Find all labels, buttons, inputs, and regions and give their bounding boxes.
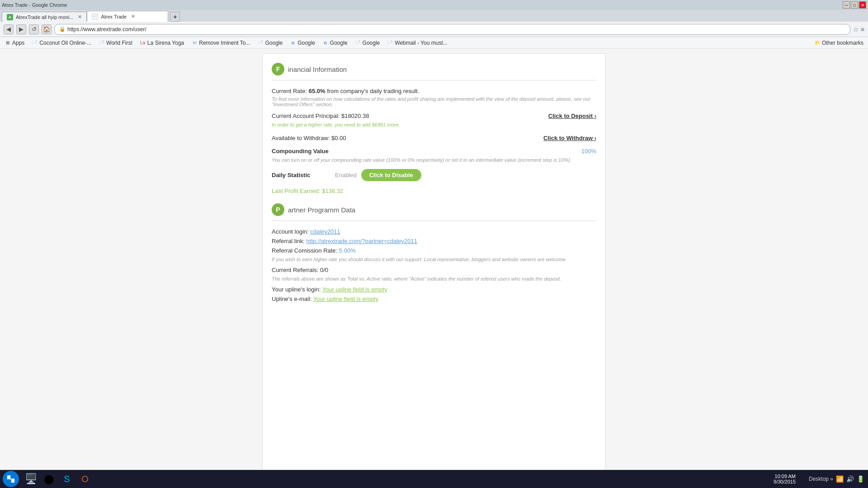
nav-bar: ◀ ▶ ↺ 🏠 🔒 https://www.atrextrade.com/use… xyxy=(0,22,868,37)
maximize-button[interactable]: □ xyxy=(851,1,858,9)
referrals-row: Current Referrals: 0/0 xyxy=(272,267,596,273)
bookmark-apps[interactable]: ⊞ Apps xyxy=(3,39,26,47)
withdraw-field: Available to Withdraw: $0.00 xyxy=(272,135,346,141)
folder-icon: 📁 xyxy=(814,40,821,46)
withdraw-row: Available to Withdraw: $0.00 Click to Wi… xyxy=(272,135,596,141)
partner-login-value[interactable]: cdaley2011 xyxy=(310,228,340,235)
desktop-label[interactable]: Desktop » xyxy=(809,476,833,482)
disable-button[interactable]: Click to Disable xyxy=(361,169,421,181)
bookmark-apps-label: Apps xyxy=(12,40,24,46)
referral-link-row: Referral link: http://atrextrade.com/?pa… xyxy=(272,238,596,244)
compounding-label: Compounding Value xyxy=(272,148,581,155)
upline-login-label: Your upline's login: xyxy=(272,286,321,293)
rate-note: To find more information on how calculat… xyxy=(272,96,596,107)
lock-icon: 🔒 xyxy=(59,26,66,32)
forward-button[interactable]: ▶ xyxy=(16,24,26,34)
title-bar-text: Atrex Trade - Google Chrome xyxy=(2,2,841,8)
bookmark-webmail[interactable]: 📄 Webmail - You must... xyxy=(385,39,449,47)
bookmark-worldfirst[interactable]: 📄 World First xyxy=(97,39,134,47)
current-rate-row: Current Rate: 65.0% from company's daily… xyxy=(272,88,596,107)
withdraw-value: $0.00 xyxy=(331,135,346,141)
taskbar: 🖥️ ⬤ S O 10:09 AM 9/30/2015 Desktop » 📶 … xyxy=(0,470,868,488)
bookmark-yoga-label: La Sirena Yoga xyxy=(147,40,184,46)
reload-button[interactable]: ↺ xyxy=(29,24,39,34)
partner-section: P artner Programm Data Account login: cd… xyxy=(272,203,596,302)
daily-stat-status: Enabled xyxy=(335,172,357,178)
referrals-label: Current Referrals: xyxy=(272,267,318,273)
bookmark-worldfirst-label: World First xyxy=(106,40,132,46)
referrals-value: 0/0 xyxy=(320,267,328,273)
financial-section-title: inancial Information xyxy=(288,66,347,73)
partner-icon: P xyxy=(272,203,284,216)
last-profit-label: Last Profit Earned: xyxy=(272,188,321,194)
google-icon-2: G xyxy=(290,40,296,46)
principal-field: Current Account Principal: $18020.38 xyxy=(272,113,369,119)
bookmark-google2-label: Google xyxy=(297,40,315,46)
minimize-button[interactable]: ─ xyxy=(843,1,850,9)
settings-icon[interactable]: ≡ xyxy=(861,26,864,33)
bookmark-google1[interactable]: 📄 Google xyxy=(255,39,284,47)
windows-icon xyxy=(7,475,14,483)
bookmark-webmail-label: Webmail - You must... xyxy=(395,40,448,46)
bookmark-coconut[interactable]: 📄 Coconut Oil Online-... xyxy=(30,39,93,47)
tray-volume-icon: 🔊 xyxy=(846,475,854,483)
partner-note: If you wish to earn higher rate you shou… xyxy=(272,257,596,262)
last-profit-row: Last Profit Earned: $138.32 xyxy=(272,188,596,194)
bookmark-other-label: Other bookmarks xyxy=(822,40,863,46)
compounding-value: 100% xyxy=(581,148,596,155)
new-tab-button[interactable]: + xyxy=(170,12,180,22)
bookmark-google2[interactable]: G Google xyxy=(288,39,317,47)
browser-frame: Atrex Trade - Google Chrome ─ □ ✕ A Atre… xyxy=(0,0,868,488)
withdraw-label: Available to Withdraw: xyxy=(272,135,330,141)
referral-link-label: Referral link: xyxy=(272,238,305,244)
title-bar-buttons: ─ □ ✕ xyxy=(843,1,866,9)
back-button[interactable]: ◀ xyxy=(4,24,14,34)
bookmark-google4[interactable]: 📄 Google xyxy=(353,39,382,47)
page-wrapper: F inancial Information Current Rate: 65.… xyxy=(0,49,868,488)
partner-login-row: Account login: cdaley2011 xyxy=(272,228,596,235)
taskbar-date: 9/30/2015 xyxy=(774,479,796,484)
address-bar[interactable]: 🔒 https://www.atrextrade.com/user/ xyxy=(54,24,850,35)
bookmark-google3[interactable]: G Google xyxy=(321,39,349,47)
tab-2[interactable]: 📄 Atrex Trade ✕ xyxy=(87,11,168,22)
star-icon[interactable]: ☆ xyxy=(853,26,859,33)
bookmark-yoga[interactable]: La La Sirena Yoga xyxy=(138,39,186,47)
compounding-note: You can turn on or off your compounding … xyxy=(272,157,596,163)
upline-email-value[interactable]: Your upline field is empty xyxy=(313,296,378,302)
tab-favicon-1: A xyxy=(7,14,13,20)
taskbar-app-1[interactable]: 🖥️ xyxy=(23,471,39,487)
google-icon-4: 📄 xyxy=(355,40,361,46)
deposit-link[interactable]: Click to Deposit › xyxy=(548,113,596,119)
financial-section-header: F inancial Information xyxy=(272,63,596,80)
home-button[interactable]: 🏠 xyxy=(42,24,52,34)
upline-email-row: Upline's e-mail: Your upline field is em… xyxy=(272,296,596,302)
taskbar-tray: Desktop » 📶 🔊 🔋 xyxy=(809,475,864,483)
title-bar: Atrex Trade - Google Chrome ─ □ ✕ xyxy=(0,0,868,10)
taskbar-chrome[interactable]: ⬤ xyxy=(41,471,57,487)
tab-1[interactable]: A AtrexTrade all hyip moni... ✕ xyxy=(2,12,87,22)
close-button[interactable]: ✕ xyxy=(859,1,866,9)
taskbar-skype[interactable]: S xyxy=(59,471,75,487)
taskbar-app-4[interactable]: O xyxy=(77,471,93,487)
page-icon-1: 📄 xyxy=(32,40,38,46)
bookmark-remove[interactable]: Y! Remove Iminent To... xyxy=(189,39,252,47)
bookmark-google1-label: Google xyxy=(265,40,283,46)
tab-close-1[interactable]: ✕ xyxy=(78,14,82,20)
commission-value: 5.00% xyxy=(339,247,356,254)
current-rate-suffix: from company's daily trading result. xyxy=(327,88,419,94)
address-text: https://www.atrextrade.com/user/ xyxy=(67,26,146,33)
tab-close-2[interactable]: ✕ xyxy=(131,14,135,19)
withdraw-link[interactable]: Click to Withdraw › xyxy=(543,135,596,141)
referral-link-value[interactable]: http://atrextrade.com/?partner=cdaley201… xyxy=(307,238,417,244)
taskbar-time-area: 10:09 AM 9/30/2015 xyxy=(774,474,796,484)
tab-favicon-2: 📄 xyxy=(92,14,98,20)
financial-icon: F xyxy=(272,63,284,75)
commission-label: Referral Comission Rate: xyxy=(272,247,337,254)
bookmark-remove-label: Remove Iminent To... xyxy=(199,40,250,46)
current-rate-value: 65.0% xyxy=(309,88,326,94)
bookmark-other[interactable]: 📁 Other bookmarks xyxy=(812,39,865,47)
bookmark-coconut-label: Coconut Oil Online-... xyxy=(39,40,91,46)
page-icon-3: La xyxy=(140,40,146,46)
content-box: F inancial Information Current Rate: 65.… xyxy=(262,53,606,483)
start-button[interactable] xyxy=(3,471,19,487)
